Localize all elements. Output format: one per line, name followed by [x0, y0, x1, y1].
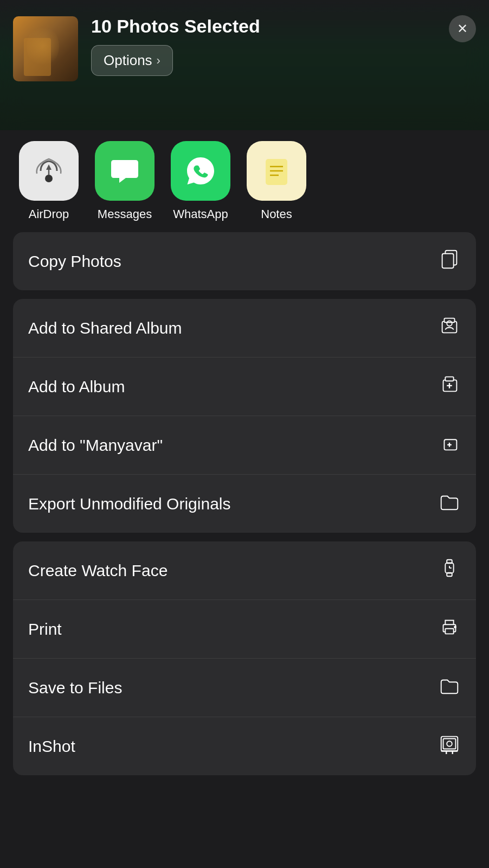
add-to-album2-icon [438, 431, 461, 459]
svg-point-27 [454, 627, 456, 628]
share-item-messages[interactable]: Messages [87, 141, 163, 221]
inshot-label: InShot [28, 737, 75, 756]
add-manyavar-button[interactable]: Add to "Manyavar" [13, 416, 476, 475]
whatsapp-icon [171, 141, 230, 201]
copy-icon [438, 247, 461, 275]
messages-icon [95, 141, 155, 201]
print-label: Print [28, 620, 62, 639]
airdrop-label: AirDrop [29, 207, 69, 221]
options-label: Options [104, 52, 152, 69]
action-group-1: Copy Photos [13, 232, 476, 290]
add-shared-album-label: Add to Shared Album [28, 319, 182, 337]
share-item-whatsapp[interactable]: WhatsApp [163, 141, 239, 221]
copy-photos-label: Copy Photos [28, 252, 121, 271]
header-background: 10 Photos Selected Options › ✕ [0, 0, 489, 130]
printer-icon [438, 615, 461, 643]
share-item-notes[interactable]: Notes [239, 141, 314, 221]
chevron-right-icon: › [157, 54, 160, 68]
share-row-container: AirDrop Messages WhatsApp [0, 130, 489, 232]
export-unmodified-label: Export Unmodified Originals [28, 495, 231, 513]
add-album-label: Add to Album [28, 378, 125, 396]
shared-album-icon [438, 314, 461, 342]
svg-rect-3 [266, 159, 287, 185]
photos-selected-title: 10 Photos Selected [91, 16, 260, 36]
svg-rect-29 [443, 738, 456, 749]
inshot-button[interactable]: InShot [13, 717, 476, 775]
options-button[interactable]: Options › [91, 45, 173, 76]
svg-rect-26 [445, 629, 453, 634]
whatsapp-label: WhatsApp [173, 207, 228, 221]
folder-icon [438, 490, 461, 518]
photo-thumbnail [13, 16, 78, 81]
add-album-icon [438, 373, 461, 400]
svg-point-30 [447, 741, 452, 746]
watch-icon [438, 557, 461, 584]
header-info: 10 Photos Selected Options › [91, 16, 260, 76]
add-shared-album-button[interactable]: Add to Shared Album [13, 299, 476, 358]
save-to-files-button[interactable]: Save to Files [13, 659, 476, 717]
files-folder-icon [438, 674, 461, 701]
save-to-files-label: Save to Files [28, 679, 122, 697]
add-album-button[interactable]: Add to Album [13, 358, 476, 416]
share-item-airdrop[interactable]: AirDrop [11, 141, 87, 221]
close-button[interactable]: ✕ [449, 15, 476, 42]
svg-marker-2 [46, 164, 52, 170]
action-group-2: Add to Shared Album Add to Album [13, 299, 476, 533]
create-watch-face-label: Create Watch Face [28, 561, 168, 580]
svg-rect-8 [442, 253, 454, 268]
share-row: AirDrop Messages WhatsApp [0, 130, 489, 232]
create-watch-face-button[interactable]: Create Watch Face [13, 541, 476, 600]
camera-frame-icon [438, 732, 461, 760]
notes-label: Notes [261, 207, 292, 221]
messages-label: Messages [98, 207, 152, 221]
notes-icon [247, 141, 306, 201]
header: 10 Photos Selected Options › [0, 0, 489, 81]
action-list: Copy Photos Add to Shared Album [0, 232, 489, 775]
airdrop-icon [19, 141, 79, 201]
export-unmodified-button[interactable]: Export Unmodified Originals [13, 475, 476, 533]
add-manyavar-label: Add to "Manyavar" [28, 436, 163, 455]
svg-rect-10 [444, 318, 454, 323]
svg-rect-14 [445, 377, 453, 381]
print-button[interactable]: Print [13, 600, 476, 659]
svg-point-0 [45, 175, 53, 182]
close-icon: ✕ [457, 21, 468, 36]
copy-photos-button[interactable]: Copy Photos [13, 232, 476, 290]
action-group-3: Create Watch Face Print [13, 541, 476, 775]
